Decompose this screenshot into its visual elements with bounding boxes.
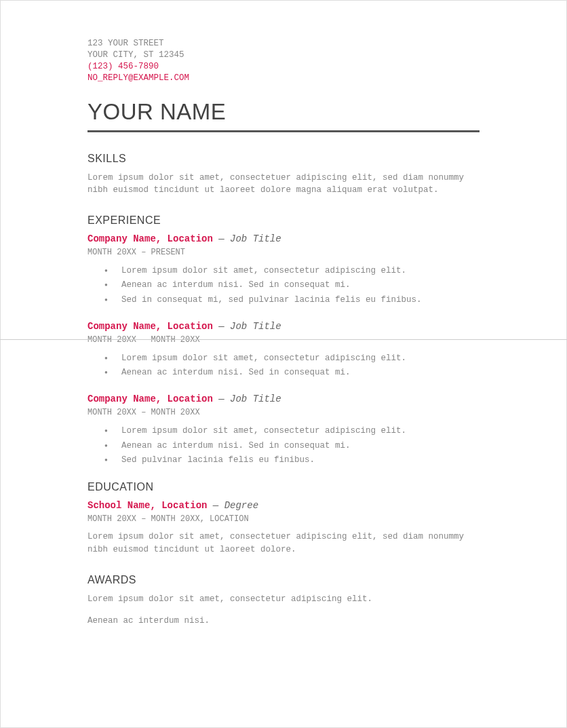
job-role: Job Title — [230, 321, 281, 332]
degree: Degree — [224, 500, 258, 511]
job-entry: Company Name, Location — Job Title MONTH… — [87, 321, 480, 381]
skills-heading: SKILLS — [87, 153, 480, 165]
job-date: MONTH 20XX – PRESENT — [87, 248, 480, 257]
job-bullets: Lorem ipsum dolor sit amet, consectetur … — [87, 351, 480, 381]
education-text: Lorem ipsum dolor sit amet, consectetuer… — [87, 531, 480, 556]
job-bullets: Lorem ipsum dolor sit amet, consectetur … — [87, 424, 480, 467]
job-date: MONTH 20XX – MONTH 20XX — [87, 335, 480, 345]
job-role: Job Title — [230, 233, 281, 244]
job-title-line: Company Name, Location — Job Title — [87, 394, 480, 404]
awards-line: Aenean ac interdum nisi. — [87, 615, 480, 628]
list-item: Lorem ipsum dolor sit amet, consectetur … — [87, 264, 480, 278]
contact-street: 123 YOUR STREET — [87, 38, 480, 50]
contact-city: YOUR CITY, ST 12345 — [87, 50, 480, 61]
experience-heading: EXPERIENCE — [87, 214, 480, 227]
school-name: School Name, Location — [87, 500, 207, 511]
job-date: MONTH 20XX – MONTH 20XX — [87, 408, 480, 417]
job-separator: — — [213, 394, 230, 404]
awards-heading: AWARDS — [87, 574, 480, 586]
education-separator: — — [207, 500, 224, 511]
list-item: Aenean ac interdum nisi. Sed in consequa… — [87, 366, 480, 380]
list-item: Sed in consequat mi, sed pulvinar lacini… — [87, 293, 480, 307]
education-section: EDUCATION School Name, Location — Degree… — [87, 481, 480, 556]
job-company: Company Name, Location — [87, 321, 213, 332]
education-date: MONTH 20XX – MONTH 20XX, LOCATION — [87, 514, 480, 524]
job-bullets: Lorem ipsum dolor sit amet, consectetur … — [87, 264, 480, 307]
job-separator: — — [213, 321, 230, 332]
job-entry: Company Name, Location — Job Title MONTH… — [87, 394, 480, 467]
job-title-line: Company Name, Location — Job Title — [87, 321, 480, 332]
list-item: Aenean ac interdum nisi. Sed in consequa… — [87, 278, 480, 292]
skills-section: SKILLS Lorem ipsum dolor sit amet, conse… — [87, 153, 480, 197]
job-entry: Company Name, Location — Job Title MONTH… — [87, 233, 480, 307]
awards-line: Lorem ipsum dolor sit amet, consectetur … — [87, 593, 480, 606]
horizontal-rule — [87, 130, 480, 132]
list-item: Aenean ac interdum nisi. Sed in consequa… — [87, 439, 480, 453]
contact-phone: (123) 456-7890 — [87, 61, 480, 73]
resume-name: YOUR NAME — [87, 99, 480, 125]
job-company: Company Name, Location — [87, 394, 213, 404]
job-title-line: Company Name, Location — Job Title — [87, 233, 480, 244]
list-item: Lorem ipsum dolor sit amet, consectetur … — [87, 351, 480, 366]
education-title-line: School Name, Location — Degree — [87, 500, 480, 511]
contact-block: 123 YOUR STREET YOUR CITY, ST 12345 (123… — [87, 38, 480, 84]
skills-text: Lorem ipsum dolor sit amet, consectetuer… — [87, 172, 480, 197]
experience-section: EXPERIENCE Company Name, Location — Job … — [87, 214, 480, 467]
education-entry: School Name, Location — Degree MONTH 20X… — [87, 500, 480, 556]
job-company: Company Name, Location — [87, 233, 213, 244]
job-separator: — — [213, 233, 230, 244]
education-heading: EDUCATION — [87, 481, 480, 493]
awards-section: AWARDS Lorem ipsum dolor sit amet, conse… — [87, 574, 480, 628]
job-role: Job Title — [230, 394, 281, 404]
contact-email: NO_REPLY@EXAMPLE.COM — [87, 73, 480, 84]
list-item: Sed pulvinar lacinia felis eu finibus. — [87, 453, 480, 467]
document-page: 123 YOUR STREET YOUR CITY, ST 12345 (123… — [0, 0, 567, 728]
list-item: Lorem ipsum dolor sit amet, consectetur … — [87, 424, 480, 438]
